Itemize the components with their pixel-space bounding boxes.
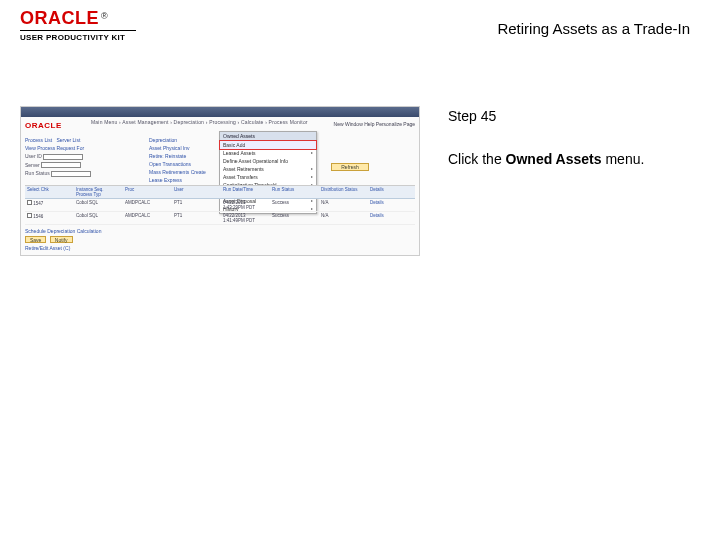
tn-menu-item: Asset Transfers [223,174,258,180]
tn-mid-item: Depreciation [149,137,219,143]
registered-mark: ® [101,11,108,21]
tn-th: Details [370,187,413,197]
tn-checkbox [27,213,32,218]
instruction-text: Click the Owned Assets menu. [448,149,668,170]
tn-td: N/A [321,213,364,223]
tn-user-id-label: User ID [25,153,42,159]
tn-server-input [41,162,81,168]
tn-top-links: New Window Help Personalize Page [334,121,415,127]
tn-mid-item: Open Transactions [149,161,219,167]
tn-td: Success [272,213,315,223]
tn-td: AMDPCALC [125,200,168,210]
tn-menu-item: Asset Retirements [223,166,264,172]
tn-th: Run Status [272,187,315,197]
tn-oracle-logo: ORACLE [25,121,62,130]
tn-td: 04/22/2013 1:43:29PM PDT [223,200,266,210]
tn-th: User [174,187,217,197]
tn-td: AMDPCALC [125,213,168,223]
tn-runstatus-input [51,171,91,177]
tn-save-button: Save [25,236,46,243]
logo-divider [20,30,136,31]
tn-menu-item: Basic Add [223,142,245,148]
step-label: Step 45 [448,106,668,127]
tn-th: Select Chk [27,187,70,197]
tn-server-list: Server List [56,137,80,143]
tn-td: 1546 [33,214,43,219]
instruction-suffix: menu. [602,151,645,167]
tn-th: Run Date/Time [223,187,266,197]
tn-td: 1547 [33,201,43,206]
tn-notify-button: Notify [50,236,73,243]
tn-menu-item: Define Asset Operational Info [223,158,288,164]
tn-th: Proc [125,187,168,197]
tn-runstatus-label: Run Status [25,170,50,176]
tn-menu-item: Leased Assets [223,150,256,156]
tn-td: PT1 [174,200,217,210]
tn-mid-item: Lease Express [149,177,219,183]
tn-td: Details [370,213,413,223]
instruction-target: Owned Assets [506,151,602,167]
tn-menu-title: Owned Assets [220,132,316,141]
oracle-logo: ORACLE [20,8,99,28]
tn-th: Instance Seq. Process Typ [76,187,119,197]
tn-td: 04/22/2013 1:41:49PM PDT [223,213,266,223]
tn-bottom-bar: Schedule Depreciation Calculation Save N… [25,228,101,251]
tn-td: Cobol SQL [76,213,119,223]
tn-results-table: Select Chk Instance Seq. Process Typ Pro… [25,185,415,225]
instruction-prefix: Click the [448,151,506,167]
tn-td: Success [272,200,315,210]
logo-block: ORACLE® USER PRODUCTIVITY KIT [20,8,136,42]
tn-sched-link: Schedule Depreciation Calculation [25,228,101,234]
tn-mid-item: Asset Physical Inv [149,145,219,151]
tn-user-input [43,154,83,160]
page-header: ORACLE® USER PRODUCTIVITY KIT Retiring A… [0,0,720,46]
tn-process-list: Process List [25,137,52,143]
product-subline: USER PRODUCTIVITY KIT [20,33,136,42]
tn-th: Distribution Status [321,187,364,197]
tn-refresh-button: Refresh [331,163,369,171]
tn-td: Details [370,200,413,210]
tn-breadcrumb: Main Menu › Asset Management › Depreciat… [91,119,308,125]
tn-req-link: Retire/Edit Asset (C) [25,245,101,251]
tn-td: PT1 [174,213,217,223]
tn-server-label: Server [25,162,40,168]
instruction-panel: Step 45 Click the Owned Assets menu. [448,106,668,170]
tn-td: Cobol SQL [76,200,119,210]
tn-mid-item: Mass Retirements Create [149,169,219,175]
tn-left-column: Process List Server List View Process Re… [25,137,145,179]
tn-td: N/A [321,200,364,210]
tn-checkbox [27,200,32,205]
tn-mid-item: Retire: Reinstate [149,153,219,159]
screenshot-thumbnail: ORACLE Main Menu › Asset Management › De… [20,106,420,256]
tn-view-req: View Process Request For [25,145,145,151]
document-title: Retiring Assets as a Trade-In [497,8,700,37]
tn-topbar [21,107,419,117]
